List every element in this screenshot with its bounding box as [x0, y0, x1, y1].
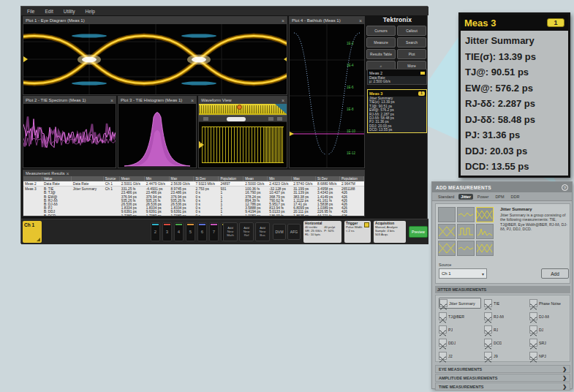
- waveform-title-bar[interactable]: Waveform View ×: [199, 97, 287, 104]
- tab-dpm[interactable]: DPM: [493, 194, 506, 200]
- trigger-position-icon[interactable]: [237, 105, 242, 110]
- preview-button[interactable]: Preview: [409, 226, 428, 238]
- trigger-info-line: < 2 ns: [346, 230, 369, 233]
- value-line: 2.5000 Gb/s: [245, 182, 268, 186]
- tektronix-logo: Tektronix: [366, 16, 428, 23]
- thumbnail-plain[interactable]: [438, 207, 456, 222]
- plot2-title-bar[interactable]: Plot 2 - TIE Spectrum (Meas 1) ×: [23, 97, 116, 104]
- measurement-name: B: DCD: [44, 214, 72, 216]
- thumbnail-spectrum[interactable]: [476, 224, 494, 239]
- dvm-button[interactable]: DVM: [273, 224, 286, 240]
- source-dropdown[interactable]: Ch 1 ▾: [439, 268, 487, 279]
- zoom-reset-button[interactable]: [277, 117, 282, 121]
- zoom-in-button[interactable]: [268, 117, 273, 121]
- waveform-overview-strip[interactable]: [199, 104, 287, 116]
- table-row[interactable]: Meas 2Data RateData RateCh 12.5001 Gb/s2…: [23, 181, 364, 186]
- value-line: 1.0059 ps: [245, 214, 268, 216]
- channel-1-badge[interactable]: Ch 1: [23, 221, 42, 243]
- close-icon[interactable]: ×: [282, 98, 284, 103]
- meas2-badge[interactable]: Meas 2 Data Rateμ: 2.500 Gb/s: [367, 69, 427, 85]
- toolbar-button-results-table[interactable]: Results Table: [366, 49, 396, 59]
- toolbar-button-plot[interactable]: Plot: [397, 49, 426, 59]
- add-button[interactable]: Add: [541, 268, 569, 279]
- results-values: -32.128 ps10.437 ps368.79 ps790.62 fs5.9…: [268, 186, 292, 216]
- channel-3-button[interactable]: 3: [162, 222, 172, 241]
- plot3-title: Plot 3 - TIE Histogram (Meas 1): [121, 98, 189, 102]
- meas3-badge[interactable]: Meas 3 1 Jitter SummaryTIE(σ): 13.39 psT…: [367, 89, 427, 133]
- horizontal-badge[interactable]: Horizontal 40 ns/divSR: 25 GS/sRL: 10 kp…: [303, 221, 341, 243]
- results-values: 2.5001 Gb/s: [120, 181, 145, 186]
- toolbar-button-callout[interactable]: Callout: [397, 26, 426, 36]
- channel-7-button[interactable]: 7: [209, 222, 219, 241]
- zoom-scale-pill[interactable]: [227, 117, 246, 121]
- thumbnail-trend[interactable]: [457, 241, 475, 256]
- thumbnail-trend[interactable]: [457, 207, 475, 222]
- add-new-math-button[interactable]: AddNewMath: [223, 222, 238, 241]
- afg-button[interactable]: AFG: [287, 224, 301, 240]
- thumbnail-eye-triple[interactable]: [476, 207, 494, 222]
- close-icon[interactable]: ×: [359, 18, 362, 23]
- tab-jitter[interactable]: Jitter: [458, 194, 472, 200]
- toolbar-button-search[interactable]: Search: [397, 37, 426, 48]
- close-icon[interactable]: ×: [191, 98, 194, 103]
- help-icon[interactable]: ?: [562, 184, 568, 191]
- acquisition-badge[interactable]: Acquisition Manual, AnalyzeSample: 4 bit…: [374, 221, 406, 243]
- measurement-item-dcd[interactable]: DCD: [484, 337, 526, 348]
- section-eye-measurements[interactable]: EYE MEASUREMENTS❯: [435, 365, 570, 373]
- toolbar-button-cursors[interactable]: Cursors: [366, 26, 396, 36]
- results-title-bar[interactable]: Measurement Results ×: [23, 170, 364, 176]
- plot1-title: Plot 1 - Eye Diagram (Meas 1): [26, 18, 280, 23]
- measurement-item-phase-noise[interactable]: Phase Noise: [529, 298, 572, 309]
- plot4-title-bar[interactable]: Plot 4 - Bathtub (Meas 1) ×: [290, 17, 364, 24]
- value-line: 2.4323 Gb/s: [269, 182, 292, 186]
- menu-item-utility[interactable]: Utility: [64, 9, 75, 14]
- measurement-item-j2[interactable]: J2: [439, 350, 481, 361]
- plot3-title-bar[interactable]: Plot 3 - TIE Histogram (Meas 1) ×: [118, 97, 196, 104]
- results-values: 100.36 fs16.790 ps378.24 ps894.39 fs12.7…: [243, 186, 268, 216]
- zoom-out-button[interactable]: [203, 117, 208, 121]
- close-icon[interactable]: ×: [282, 18, 284, 23]
- measurement-item-rj[interactable]: RJ: [484, 324, 526, 335]
- channel-color-stripe: [175, 224, 182, 225]
- menu-item-help[interactable]: Help: [86, 9, 95, 14]
- toolbar-button-measure[interactable]: Measure: [366, 37, 396, 48]
- section-amplitude-measurements[interactable]: AMPLITUDE MEASUREMENTS❯: [435, 374, 570, 382]
- measurement-item-tie[interactable]: TIE: [484, 298, 526, 309]
- channel-5-button[interactable]: 5: [186, 222, 195, 241]
- measurement-item-ddj[interactable]: DDJ: [439, 337, 481, 348]
- close-icon[interactable]: ×: [67, 171, 69, 176]
- measurement-item-j9[interactable]: J9: [484, 350, 526, 361]
- thumbnail-eye-triple[interactable]: [476, 241, 494, 256]
- plot1-title-bar[interactable]: Plot 1 - Eye Diagram (Meas 1) ×: [23, 17, 287, 24]
- channel-color-stripe: [211, 224, 217, 225]
- jitter-section-label: JITTER MEASUREMENTS: [437, 287, 568, 292]
- thumbnail-pulse[interactable]: [457, 224, 475, 239]
- add-new-ref-button[interactable]: AddNewRef: [239, 222, 254, 241]
- plot-tie-spectrum: Plot 2 - TIE Spectrum (Meas 1) ×: [23, 96, 116, 168]
- menu-item-edit[interactable]: Edit: [45, 9, 53, 14]
- table-row[interactable]: Meas 3B: TIEB: TJ@B: EW@B: RJ-δδB: DJ-δδ…: [23, 186, 364, 216]
- measurement-item-dj[interactable]: DJ: [529, 324, 572, 335]
- menu-item-file[interactable]: File: [27, 9, 34, 14]
- thumbnail-eye-double[interactable]: [438, 241, 456, 256]
- measurement-item-npj[interactable]: NPJ: [529, 350, 572, 361]
- close-icon[interactable]: ×: [110, 98, 113, 103]
- section-time-measurements[interactable]: TIME MEASUREMENTS❯: [435, 382, 570, 391]
- measurement-item-tj-ber[interactable]: TJ@BER: [439, 311, 481, 322]
- measurement-item-dj-[interactable]: DJ-δδ: [529, 311, 572, 322]
- results-values: 2.753 ps0 s0 s0 s0 s0 s0 s0 s: [194, 186, 219, 216]
- measurement-item-jitter-summary[interactable]: Jitter Summary: [439, 298, 481, 309]
- channel-6-button[interactable]: 6: [197, 222, 207, 241]
- tab-power[interactable]: Power: [475, 194, 491, 200]
- tab-ddr[interactable]: DDR: [509, 194, 522, 200]
- channel-2-button[interactable]: 2: [151, 222, 160, 241]
- trigger-badge[interactable]: Trigger Pulse Width< 2 ns: [344, 221, 371, 243]
- tab-standard[interactable]: Standard: [436, 194, 456, 200]
- measurement-item-srj[interactable]: SRJ: [529, 337, 572, 348]
- channel-4-button[interactable]: 4: [174, 222, 184, 241]
- measurement-item-rj-[interactable]: RJ-δδ: [484, 311, 526, 322]
- thumbnail-eye-double[interactable]: [438, 224, 456, 239]
- measurement-item-pj[interactable]: PJ: [439, 324, 481, 335]
- waveform-zoom-toolbar[interactable]: [199, 116, 287, 122]
- add-new-bus-button[interactable]: AddNewBus: [255, 222, 270, 241]
